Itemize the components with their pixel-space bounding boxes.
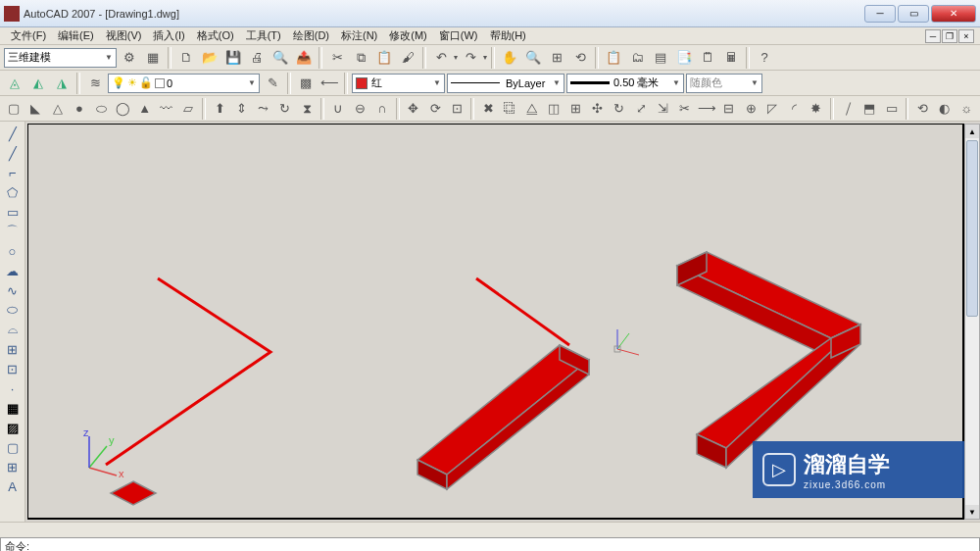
extrude-button[interactable]: ⬆ bbox=[210, 98, 229, 120]
box-button[interactable]: ▢ bbox=[4, 98, 24, 120]
presspull-button[interactable]: ⇕ bbox=[231, 98, 251, 120]
mtext-button[interactable]: A bbox=[2, 476, 24, 496]
break-button[interactable]: ⊟ bbox=[719, 98, 739, 120]
maximize-button[interactable]: ▭ bbox=[898, 5, 929, 23]
chamfer-button[interactable]: ◸ bbox=[762, 98, 782, 120]
move-button[interactable]: ✣ bbox=[588, 98, 608, 120]
workspace-dropdown[interactable]: 三维建模 ▼ bbox=[4, 48, 117, 68]
subtract-button[interactable]: ⊖ bbox=[350, 98, 369, 120]
markup-button[interactable]: 🗒 bbox=[697, 47, 718, 69]
layer-states-button[interactable]: ▩ bbox=[295, 73, 317, 94]
scroll-up-icon[interactable]: ▲ bbox=[965, 125, 979, 138]
menu-format[interactable]: 格式(O) bbox=[192, 27, 239, 44]
menu-file[interactable]: 文件(F) bbox=[6, 27, 51, 44]
new-button[interactable]: 🗋 bbox=[175, 47, 197, 69]
fillet-button[interactable]: ◜ bbox=[785, 98, 805, 120]
menu-dimension[interactable]: 标注(N) bbox=[336, 27, 382, 44]
visualstyle-button[interactable]: ◐ bbox=[935, 98, 955, 120]
erase-button[interactable]: ✖ bbox=[478, 98, 498, 120]
zoom-realtime-button[interactable]: 🔍 bbox=[522, 47, 544, 69]
menu-modify[interactable]: 修改(M) bbox=[384, 27, 432, 44]
wedge-button[interactable]: ◣ bbox=[25, 98, 45, 120]
lineweight-dropdown[interactable]: 0.50 毫米 ▼ bbox=[566, 74, 684, 93]
extend-button[interactable]: ⟶ bbox=[697, 98, 717, 120]
menu-window[interactable]: 窗口(W) bbox=[434, 27, 483, 44]
union-button[interactable]: ∪ bbox=[328, 98, 348, 120]
polyline-button[interactable]: ⌐ bbox=[2, 163, 24, 182]
section-button[interactable]: ⬒ bbox=[859, 98, 879, 120]
3dalign-button[interactable]: ⊡ bbox=[447, 98, 466, 120]
explode-button[interactable]: ✸ bbox=[807, 98, 826, 120]
mirror-button[interactable]: ⧋ bbox=[522, 98, 542, 120]
paste-button[interactable]: 📋 bbox=[373, 47, 395, 69]
point-button[interactable]: · bbox=[2, 378, 24, 398]
redo-button[interactable]: ↷ bbox=[460, 47, 481, 69]
helix-button[interactable]: 〰 bbox=[157, 98, 176, 120]
doc-restore-button[interactable]: ❐ bbox=[942, 29, 957, 43]
gradient-button[interactable]: ▨ bbox=[2, 418, 24, 437]
color-dropdown[interactable]: 红 ▼ bbox=[352, 74, 445, 93]
slice-button[interactable]: ⧸ bbox=[838, 98, 858, 120]
print-button[interactable]: 🖨 bbox=[246, 47, 268, 69]
table-button[interactable]: ⊞ bbox=[2, 457, 24, 476]
matchprop-button[interactable]: 🖌 bbox=[397, 47, 418, 69]
layer-make-current-button[interactable]: ✎ bbox=[262, 73, 283, 94]
doc-close-button[interactable]: × bbox=[958, 29, 974, 43]
help-button[interactable]: ? bbox=[754, 47, 775, 69]
render-button[interactable]: ☼ bbox=[956, 98, 976, 120]
cylinder-button[interactable]: ⬭ bbox=[91, 98, 111, 120]
sweep-button[interactable]: ⤳ bbox=[254, 98, 273, 120]
copy-button[interactable]: ⧉ bbox=[350, 47, 371, 69]
linetype-dropdown[interactable]: ByLayer ▼ bbox=[447, 74, 564, 93]
makeblock-button[interactable]: ⊡ bbox=[2, 359, 24, 378]
planar-button[interactable]: ▱ bbox=[178, 98, 198, 120]
vertical-scrollbar[interactable]: ▲ ▼ bbox=[964, 124, 980, 520]
arc-button[interactable]: ⌒ bbox=[2, 222, 24, 241]
revolve-button[interactable]: ↻ bbox=[275, 98, 295, 120]
line-button[interactable]: ╱ bbox=[2, 124, 24, 143]
properties-button[interactable]: 📋 bbox=[603, 47, 624, 69]
zoom-prev-button[interactable]: ⟲ bbox=[569, 47, 591, 69]
xline-button[interactable]: ╱ bbox=[2, 143, 24, 163]
spline-button[interactable]: ∿ bbox=[2, 280, 24, 300]
menu-tools[interactable]: 工具(T) bbox=[241, 27, 286, 44]
drawing-canvas[interactable]: x y z 方法。 ✕ ▷ 溜溜自学 zixue.3d66.com bbox=[25, 122, 980, 522]
revcloud-button[interactable]: ☁ bbox=[2, 261, 24, 280]
workspace-settings-button[interactable]: ⚙ bbox=[119, 47, 140, 69]
pyramid-button[interactable]: ▲ bbox=[135, 98, 155, 120]
doc-minimize-button[interactable]: ─ bbox=[925, 29, 941, 43]
open-button[interactable]: 📂 bbox=[199, 47, 220, 69]
region-button[interactable]: ▢ bbox=[2, 437, 24, 457]
scrollbar-thumb[interactable] bbox=[966, 140, 978, 317]
command-line[interactable]: 命令: bbox=[0, 537, 980, 551]
loft-button[interactable]: ⧗ bbox=[297, 98, 317, 120]
hatch-button[interactable]: ▦ bbox=[2, 398, 24, 418]
menu-help[interactable]: 帮助(H) bbox=[485, 27, 531, 44]
torus-button[interactable]: ◯ bbox=[113, 98, 132, 120]
menu-draw[interactable]: 绘图(D) bbox=[288, 27, 334, 44]
layer-dropdown[interactable]: 💡 ☀ 🔓 0 ▼ bbox=[108, 74, 260, 93]
rectangle-button[interactable]: ▭ bbox=[2, 202, 24, 222]
array-button[interactable]: ⊞ bbox=[565, 98, 585, 120]
cone-button[interactable]: △ bbox=[48, 98, 68, 120]
designcenter-button[interactable]: 🗂 bbox=[626, 47, 648, 69]
rotate-button[interactable]: ↻ bbox=[610, 98, 629, 120]
sphere-button[interactable]: ● bbox=[70, 98, 89, 120]
layer-prev-button[interactable]: ⟵ bbox=[318, 73, 340, 94]
scale-button[interactable]: ⤢ bbox=[631, 98, 651, 120]
toolpalette-button[interactable]: ▤ bbox=[650, 47, 671, 69]
cut-button[interactable]: ✂ bbox=[326, 47, 348, 69]
scroll-down-icon[interactable]: ▼ bbox=[965, 505, 979, 519]
copy-obj-button[interactable]: ⿻ bbox=[501, 98, 520, 120]
workspace-mytoolbar-button[interactable]: ▦ bbox=[142, 47, 164, 69]
3dmove-button[interactable]: ✥ bbox=[404, 98, 423, 120]
ellipsearc-button[interactable]: ⌓ bbox=[2, 320, 24, 339]
circle-button[interactable]: ○ bbox=[2, 241, 24, 261]
zoom-window-button[interactable]: ⊞ bbox=[546, 47, 567, 69]
pan-button[interactable]: ✋ bbox=[499, 47, 520, 69]
offset-button[interactable]: ◫ bbox=[544, 98, 564, 120]
menu-view[interactable]: 视图(V) bbox=[101, 27, 147, 44]
insertblock-button[interactable]: ⊞ bbox=[2, 339, 24, 359]
minimize-button[interactable]: ─ bbox=[864, 5, 896, 23]
plotstyle-dropdown[interactable]: 随颜色 ▼ bbox=[686, 74, 762, 93]
